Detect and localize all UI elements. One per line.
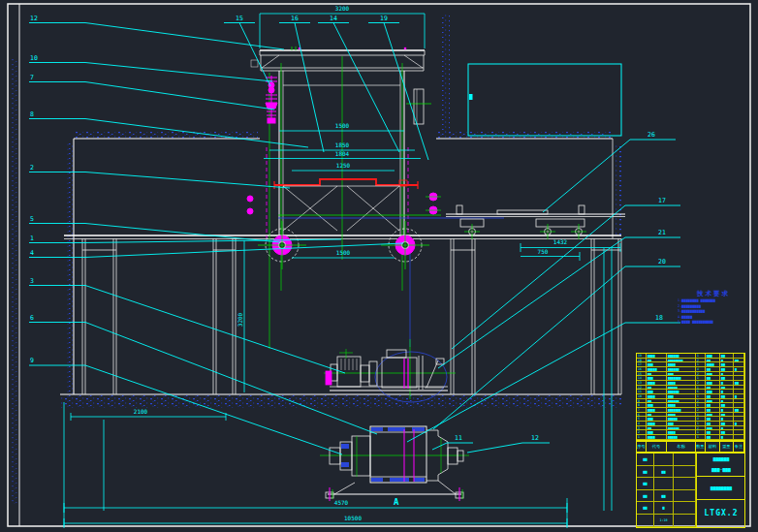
parts-table-cell: 1: [696, 354, 706, 358]
drawing-number: LTGX.2: [696, 500, 745, 527]
parts-table-cell: ▆▆▆: [647, 403, 667, 407]
parts-table-column-header: 序号: [637, 442, 647, 452]
parts-table-cell: ▆▆▆▆▆▆: [667, 367, 696, 371]
parts-table-cell: ▆▆: [706, 435, 720, 439]
parts-table-cell: ▆▆: [720, 394, 734, 398]
trolley-side-view: [446, 205, 625, 239]
parts-table-cell: ▆▆▆: [647, 430, 667, 434]
parts-table-cell: ▆▆▆: [706, 390, 720, 393]
dim-wheel-base: 750: [538, 248, 549, 255]
title-block-cell: 1:10: [654, 515, 674, 527]
parts-table-cell: ▆▆▆▆: [667, 362, 696, 366]
parts-table-cell: ▆▆▆: [706, 381, 720, 385]
parts-table-cell: 1: [696, 422, 706, 425]
dim-frame-w1: 1500: [335, 122, 350, 129]
parts-table-cell: ▆▆: [734, 408, 744, 412]
parts-table-cell: ▆▆: [647, 386, 667, 390]
balloon-label: 6: [30, 314, 34, 322]
parts-table-cell: ▆▆: [720, 376, 734, 380]
parts-table-cell: ▆: [720, 381, 734, 385]
parts-table-cell: ▆: [720, 426, 734, 430]
parts-table-cell: 1: [696, 376, 706, 380]
parts-table-cell: ▆: [720, 359, 734, 362]
title-block-cell: ▆▆: [637, 490, 654, 503]
parts-table-cell: ▆: [720, 372, 734, 376]
parts-table-cell: 6: [637, 413, 647, 417]
title-block-grid: ▆▆▆▆▆▆▆▆▆▆▆▆▆▆▆1:10: [637, 454, 696, 527]
parts-table-cell: ▆▆: [720, 362, 734, 366]
parts-table-column-header: 重量: [720, 442, 734, 452]
parts-table-cell: ▆▆: [720, 354, 734, 358]
parts-table-cell: ▆▆▆▆▆▆▆: [667, 408, 696, 412]
parts-table-cell: 9: [637, 399, 647, 403]
parts-table-cell: ▆▆▆▆▆▆: [667, 399, 696, 403]
parts-table-cell: [734, 372, 744, 376]
parts-table-cell: 2: [696, 381, 706, 385]
parts-table-cell: ▆▆▆: [647, 417, 667, 421]
parts-table-cell: ▆▆▆▆▆▆: [667, 354, 696, 358]
dim-rail-span: 1250: [336, 162, 351, 169]
parts-table-cell: 16: [637, 367, 647, 371]
parts-table-cell: ▆: [720, 390, 734, 393]
parts-table-cell: ▆▆▆: [667, 372, 696, 376]
balloon-label: 16: [291, 15, 299, 22]
parts-table-cell: ▆▆: [720, 367, 734, 371]
parts-table-cell: ▆▆▆: [706, 354, 720, 358]
parts-table-cell: 2: [696, 399, 706, 403]
parts-table-cell: 19: [637, 354, 647, 358]
hatching: [12, 14, 621, 504]
parts-table-cell: ▆▆▆: [667, 422, 696, 425]
parts-table-cell: [734, 362, 744, 366]
parts-table-cell: 18: [637, 359, 647, 362]
parts-table-cell: ▆▆: [720, 386, 734, 390]
balloon-label: 9: [30, 357, 34, 364]
parts-table-cell: 4: [637, 422, 647, 425]
parts-table-cell: ▆▆▆▆: [667, 413, 696, 417]
parts-table-rows: 19▆▆▆▆▆▆▆▆▆▆1▆▆▆▆▆18▆▆▆▆▆▆▆▆▆▆2▆▆▆▆▆17▆▆…: [636, 353, 745, 441]
title-block-cell: [654, 454, 674, 466]
parts-table-cell: 1: [696, 386, 706, 390]
parts-table-cell: ▆▆: [706, 408, 720, 412]
parts-table-cell: ▆: [720, 435, 734, 439]
parts-table-cell: ▆▆: [706, 403, 720, 407]
product-line1: ▆▆▆▆▆▆: [697, 454, 745, 464]
balloon-label: 15: [236, 15, 243, 22]
balloon-label: 4: [30, 249, 34, 257]
balloon-label: 10: [30, 54, 38, 62]
parts-table-cell: 1: [696, 413, 706, 417]
balloon-label: 17: [658, 197, 666, 204]
parts-table-cell: 6: [696, 390, 706, 393]
parts-table-cell: 3: [637, 426, 647, 430]
parts-table-cell: ▆▆▆: [706, 413, 720, 417]
balloon-label: 19: [380, 15, 388, 22]
dim-frame-w2: 1850: [335, 141, 350, 148]
parts-table-cell: 14: [637, 376, 647, 380]
parts-table-cell: 8: [637, 403, 647, 407]
parts-table-cell: 2: [696, 359, 706, 362]
parts-table-cell: ▆▆: [706, 430, 720, 434]
parts-table-cell: ▆▆▆▆: [667, 381, 696, 385]
balloon-label: 5: [30, 215, 34, 223]
parts-table-cell: 2: [696, 426, 706, 430]
dimension-texts: 3200 1500 1850 1804 1250 1500 1432 750 2…: [134, 5, 568, 521]
parts-table-cell: 11: [637, 390, 647, 393]
balloon-label: 18: [655, 314, 663, 322]
dim-trolley-span: 1432: [553, 238, 568, 245]
main-elevation-view: [247, 47, 504, 349]
title-block-cell: ▆▆: [637, 466, 654, 479]
parts-table-cell: [734, 376, 744, 380]
dim-frame-w3: 1804: [335, 150, 350, 157]
parts-table-column-header: 数量: [696, 442, 706, 452]
title-block-cell: [654, 478, 674, 490]
parts-table-cell: ▆▆: [706, 376, 720, 380]
parts-table-cell: 2: [696, 408, 706, 412]
balloon-label: 3: [30, 277, 34, 285]
parts-table-cell: ▆▆▆▆: [706, 362, 720, 366]
parts-table-cell: [734, 435, 744, 439]
title-block-cell: ▆▆: [637, 478, 654, 490]
dim-base-width: 4570: [334, 499, 349, 506]
title-block-cell: [674, 454, 696, 466]
balloon-label: 26: [647, 131, 655, 139]
parts-table-cell: ▆▆▆▆: [647, 408, 667, 412]
parts-table-column-header: 材料: [706, 442, 720, 452]
